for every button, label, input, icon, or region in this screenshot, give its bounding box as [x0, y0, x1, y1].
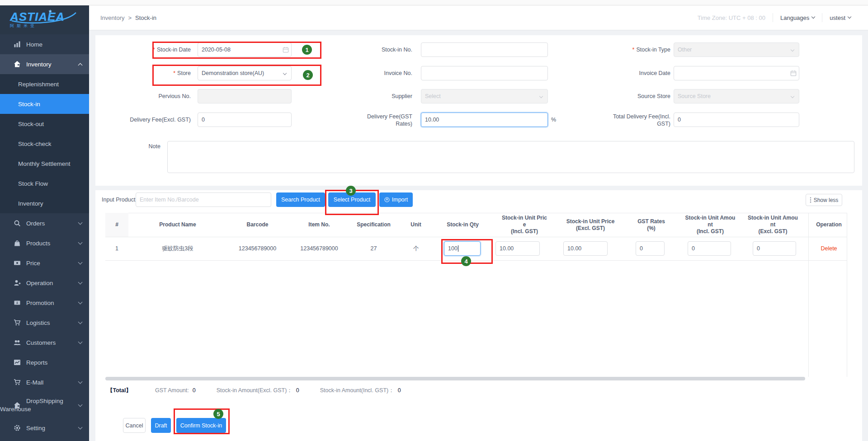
invoice-date-input[interactable]	[674, 66, 799, 80]
line-chart-icon	[14, 359, 21, 366]
bar-chart-icon	[14, 41, 21, 48]
logo-swoosh-icon	[7, 9, 80, 24]
stock-in-date-input[interactable]	[198, 42, 292, 57]
fixed-column-divider	[808, 213, 809, 377]
chevron-down-icon	[791, 94, 794, 98]
chevron-down-icon	[539, 94, 543, 98]
sidebar-item-products[interactable]: Products	[0, 233, 89, 253]
col-header-unit-price-excl: Stock-in Unit Price (Excl. GST)	[558, 213, 623, 237]
col-header-index: #	[105, 213, 128, 237]
chevron-down-icon	[78, 240, 83, 245]
stock-in-qty-input[interactable]: 100	[444, 241, 481, 256]
unit-price-excl-input[interactable]	[563, 241, 608, 256]
amount-excl-input[interactable]	[753, 241, 796, 256]
gst-rate-input[interactable]	[636, 241, 665, 256]
search-product-button[interactable]: Search Product	[276, 192, 325, 207]
totals-row: 【Total】 GST Amount: 0 Stock-in Amount(Ex…	[107, 386, 401, 394]
sidebar-item-inventory[interactable]: Inventory	[0, 54, 89, 74]
sidebar-item-logistics[interactable]: Logistics	[0, 313, 89, 333]
horizontal-scrollbar[interactable]	[105, 377, 805, 380]
sidebar-item-stock-in[interactable]: Stock-in	[0, 94, 89, 114]
sidebar-item-stock-flow[interactable]: Stock Flow	[0, 174, 89, 193]
select-product-button[interactable]: Select Product	[328, 192, 376, 207]
sidebar-item-home[interactable]: Home	[0, 34, 89, 54]
chevron-down-icon	[78, 260, 83, 265]
chevron-down-icon	[78, 320, 83, 324]
stock-in-form-card: *Stock-in Date Stock-in No. *Stock-in Ty…	[95, 35, 862, 186]
sidebar-item-reports[interactable]: Reports	[0, 352, 89, 372]
gst-amount-label: GST Amount:	[155, 387, 189, 394]
calendar-icon	[283, 47, 289, 53]
row-product-name-cell: 驱蚊防虫3段	[128, 237, 227, 260]
amount-incl-input[interactable]	[688, 241, 731, 256]
sidebar-item-stock-check[interactable]: Stock-check	[0, 134, 89, 154]
sidebar-nav: Home Inventory Replenishment Stock-in St…	[0, 34, 89, 438]
topbar: Inventory > Stock-in Time Zone: UTC + 08…	[89, 5, 868, 30]
invoice-no-input[interactable]	[421, 66, 548, 80]
col-header-barcode: Barcode	[227, 213, 288, 237]
inventory-submenu: Replenishment Stock-in Stock-out Stock-c…	[0, 74, 89, 213]
window-top-strip	[0, 0, 868, 5]
sidebar-item-inventory-sub[interactable]: Inventory	[0, 193, 89, 213]
sidebar-item-setting[interactable]: Setting	[0, 418, 89, 438]
delivery-fee-gst-input[interactable]	[421, 113, 548, 127]
col-header-amount-excl: Stock-in Unit Amou nt (Excl. GST)	[741, 213, 805, 237]
stock-in-amount-excl-label: Stock-in Amount(Excl. GST)：	[217, 387, 292, 394]
delivery-fee-excl-input[interactable]	[198, 113, 292, 127]
stock-in-amount-excl-value: 0	[296, 387, 299, 394]
delete-link[interactable]: Delete	[821, 245, 837, 252]
sidebar-item-e-mall[interactable]: E-Mall	[0, 372, 89, 392]
store-select[interactable]: Demonstration store(AU)	[198, 66, 292, 80]
promotion-icon	[14, 299, 21, 306]
note-textarea[interactable]	[167, 141, 854, 173]
input-product-label: Input Product	[102, 192, 135, 207]
stock-in-no-input[interactable]	[421, 42, 548, 57]
col-header-gst-rates: GST Rates (%)	[623, 213, 680, 237]
chevron-down-icon	[283, 71, 287, 75]
product-search-input[interactable]	[136, 192, 271, 207]
breadcrumb-inventory[interactable]: Inventory	[100, 14, 124, 21]
stock-in-amount-incl-value: 0	[398, 387, 401, 394]
form-actions: Cancel Draft Confirm Stock-in	[123, 418, 226, 433]
sidebar-item-price[interactable]: Price	[0, 253, 89, 273]
sidebar-item-operation[interactable]: Operation	[0, 273, 89, 293]
supplier-label: Supplier	[349, 89, 412, 103]
total-delivery-fee-input[interactable]	[674, 113, 799, 127]
breadcrumb: Inventory > Stock-in	[100, 5, 156, 30]
breadcrumb-separator: >	[128, 14, 132, 21]
import-button[interactable]: Import	[379, 192, 413, 207]
stock-in-no-label: Stock-in No.	[349, 42, 412, 57]
sidebar-item-stock-out[interactable]: Stock-out	[0, 114, 89, 134]
unit-price-incl-input[interactable]	[495, 241, 540, 256]
show-less-button[interactable]: Show less	[806, 194, 842, 206]
sidebar-item-dropshipping-warehouse[interactable]: DropShipping Warehouse	[0, 392, 89, 418]
import-icon	[384, 197, 390, 202]
note-label: Note	[97, 143, 160, 150]
chevron-down-icon	[78, 402, 83, 407]
chevron-down-icon	[78, 300, 83, 305]
sidebar-item-orders[interactable]: Orders	[0, 213, 89, 233]
supplier-select: Select	[421, 89, 548, 103]
sidebar-item-customers[interactable]: Customers	[0, 333, 89, 352]
total-label: 【Total】	[107, 387, 132, 394]
user-menu[interactable]: ustest	[822, 14, 858, 21]
col-header-item-no: Item No.	[288, 213, 350, 237]
col-header-product-name: Product Name	[128, 213, 227, 237]
cart-icon	[14, 319, 21, 326]
languages-menu[interactable]: Languages	[773, 14, 822, 21]
row-unit-cell: 个	[397, 237, 435, 260]
confirm-stock-in-button[interactable]: Confirm Stock-in	[176, 418, 226, 433]
sidebar-item-promotion[interactable]: Promotion	[0, 293, 89, 313]
pervious-no-input	[198, 89, 292, 103]
store-label: *Store	[100, 66, 191, 80]
breadcrumb-stock-in: Stock-in	[135, 14, 156, 21]
chevron-down-icon	[78, 425, 83, 430]
draft-button[interactable]: Draft	[151, 418, 171, 433]
row-bottom-border	[105, 260, 847, 261]
stock-in-type-label: *Stock-in Type	[607, 42, 670, 57]
sidebar-item-monthly-settlement[interactable]: Monthly Settlement	[0, 154, 89, 174]
stock-in-amount-incl-label: Stock-in Amount(Incl. GST)：	[320, 387, 394, 394]
sidebar-item-replenishment[interactable]: Replenishment	[0, 74, 89, 94]
cancel-button[interactable]: Cancel	[123, 418, 146, 433]
total-delivery-fee-label: Total Delivery Fee(Incl. GST)	[607, 113, 670, 127]
